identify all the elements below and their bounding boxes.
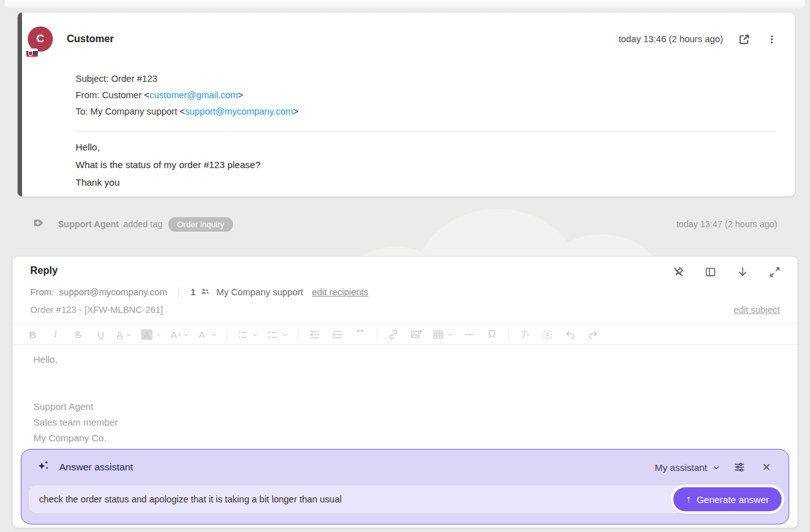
editor-line — [33, 383, 777, 399]
country-flag-slovakia-icon — [26, 48, 38, 57]
undo-button[interactable] — [564, 326, 578, 342]
move-down-icon[interactable] — [735, 264, 750, 280]
generate-answer-button[interactable]: ↑ Generate answer — [673, 487, 782, 511]
toolbar-divider — [508, 328, 509, 341]
editor-line — [33, 367, 777, 383]
recipients-name: My Company support — [217, 287, 304, 297]
svg-text:2: 2 — [237, 334, 240, 339]
assistant-settings-icon[interactable] — [732, 460, 747, 475]
reply-editor[interactable]: Hello, Support Agent Sales team member M… — [33, 351, 777, 446]
font-size-button[interactable]: A≡ — [171, 326, 190, 342]
activity-row: Support Agent added tag Order inquiry to… — [18, 214, 777, 234]
open-in-new-icon[interactable] — [737, 32, 751, 47]
from-label: From: — [30, 287, 54, 297]
answer-assistant-panel: Answer assistant My assistant ✕ — [21, 449, 789, 524]
horizontal-rule-button[interactable] — [462, 326, 476, 342]
chevron-down-icon — [712, 463, 721, 472]
outdent-button[interactable] — [308, 326, 322, 342]
arrow-up-icon: ↑ — [686, 494, 691, 505]
assistant-close-icon[interactable]: ✕ — [758, 460, 775, 475]
activity-timestamp: today 13:47 (2 hours ago) — [676, 219, 777, 229]
editor-toolbar: B I S U A A A≡ A↕ 1 2 — [13, 324, 797, 345]
message-timestamp: today 13:46 (2 hours ago) — [619, 34, 723, 44]
indent-button[interactable] — [331, 326, 345, 342]
card-accent-bar — [18, 13, 22, 196]
select-all-button[interactable] — [541, 326, 555, 342]
strikethrough-button[interactable]: S — [71, 326, 85, 342]
assistant-preset-selector[interactable]: My assistant — [651, 460, 724, 475]
italic-button[interactable]: I — [48, 326, 62, 342]
body-line: Hello, — [76, 139, 261, 156]
highlight-color-button[interactable]: A — [141, 326, 162, 342]
redo-button[interactable] — [586, 326, 600, 342]
ordered-list-button[interactable]: 1 2 — [237, 326, 258, 342]
svg-text:1: 1 — [237, 329, 240, 334]
from-line: From: Customer <customer@gmail.com> — [76, 87, 299, 103]
vertical-separator — [178, 287, 179, 298]
reply-from-row: From: support@mycompany.com 1 My Company… — [30, 286, 368, 298]
unpin-icon[interactable] — [671, 264, 686, 280]
editor-line: Hello, — [33, 351, 777, 367]
blockquote-button[interactable]: “ — [353, 326, 367, 342]
sparkles-icon — [37, 459, 50, 475]
header-body-divider — [76, 131, 776, 132]
reply-card: Reply — [13, 257, 797, 528]
sender-name: Customer — [67, 33, 114, 45]
body-line: Thank you — [76, 174, 261, 191]
email-message-card: C Customer today 13:46 (2 hours ago) — [18, 13, 795, 196]
toolbar-divider — [227, 328, 227, 341]
reply-from-email: support@mycompany.com — [59, 287, 168, 297]
insert-link-button[interactable] — [387, 326, 401, 342]
activity-actor: Support Agent — [58, 219, 119, 229]
insert-image-button[interactable] — [409, 326, 423, 342]
toolbar-divider — [298, 328, 299, 341]
editor-line: My Company Co. — [33, 430, 777, 446]
to-email-link[interactable]: support@mycompany.com — [185, 106, 294, 116]
subject-line: Subject: Order #123 — [76, 71, 299, 87]
more-vertical-icon[interactable] — [765, 33, 779, 46]
assistant-title: Answer assistant — [59, 461, 133, 473]
line-height-button[interactable]: A↕ — [198, 326, 217, 342]
bold-button[interactable]: B — [26, 326, 40, 342]
to-line: To: My Company support <support@mycompan… — [76, 103, 299, 120]
activity-action: added tag — [123, 219, 163, 229]
from-email-link[interactable]: customer@gmail.com — [149, 90, 237, 100]
expand-icon[interactable] — [767, 264, 782, 280]
avatar: C — [28, 26, 53, 52]
recipients-count: 1 — [190, 287, 195, 297]
special-character-button[interactable]: Ω — [485, 326, 499, 342]
email-meta: Subject: Order #123 From: Customer <cust… — [76, 71, 299, 120]
clear-formatting-button[interactable]: Tx — [518, 326, 532, 342]
reply-subject: Order #123 - [XFW-MLBNC-261] — [30, 305, 163, 315]
assistant-prompt-input[interactable] — [29, 485, 781, 513]
tag-added-icon — [33, 217, 44, 231]
edit-subject-link[interactable]: edit subject — [734, 305, 780, 315]
editor-line: Support Agent — [33, 399, 777, 414]
reply-title: Reply — [30, 265, 58, 276]
body-line: What is the status of my order #123 plea… — [76, 156, 261, 174]
bullet-list-button[interactable] — [267, 326, 288, 342]
edit-recipients-link[interactable]: edit recipients — [312, 287, 368, 297]
email-body: Hello, What is the status of my order #1… — [76, 139, 261, 191]
insert-table-button[interactable] — [432, 326, 453, 342]
tag-pill[interactable]: Order inquiry — [168, 217, 233, 232]
reply-subject-row: Order #123 - [XFW-MLBNC-261] edit subjec… — [30, 303, 780, 316]
underline-button[interactable]: U — [94, 326, 108, 342]
editor-line: Sales team member — [33, 414, 777, 430]
avatar-letter: C — [37, 33, 44, 45]
split-view-icon[interactable] — [703, 264, 718, 280]
toolbar-divider — [377, 328, 377, 341]
previous-card-edge — [5, 0, 805, 8]
text-color-button[interactable]: A — [117, 326, 132, 342]
page: C Customer today 13:46 (2 hours ago) — [0, 0, 810, 532]
recipients-group-icon — [200, 286, 210, 298]
